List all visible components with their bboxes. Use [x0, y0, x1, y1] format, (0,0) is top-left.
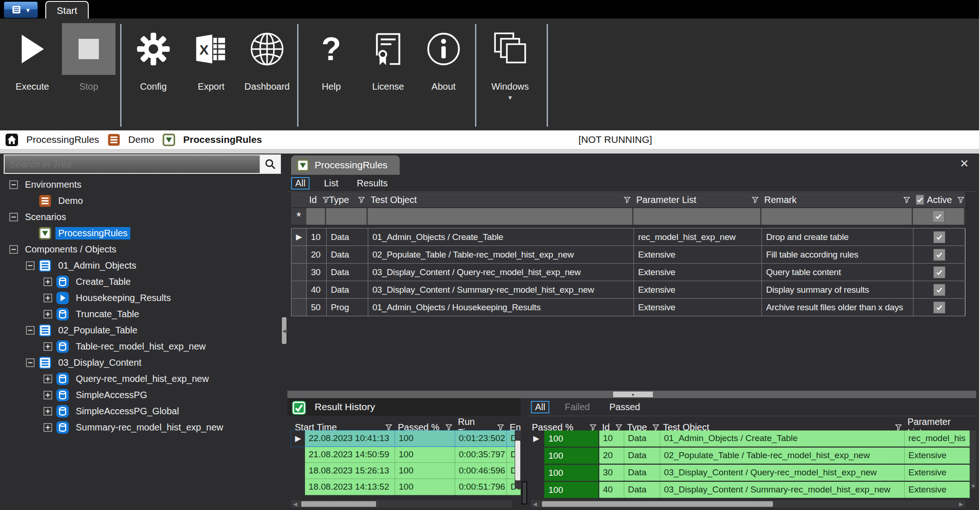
- tree-item[interactable]: Create_Table: [4, 274, 281, 290]
- scroll-left-icon[interactable]: ◀: [531, 501, 539, 507]
- tree-expander-icon[interactable]: [43, 375, 54, 384]
- tree-item[interactable]: Housekeeping_Results: [4, 290, 281, 306]
- tree-expander-icon[interactable]: [43, 310, 54, 319]
- filter-icon[interactable]: [358, 197, 365, 203]
- scroll-down-icon[interactable]: ▼: [970, 483, 976, 489]
- new-row-cell[interactable]: [306, 208, 326, 225]
- result-row[interactable]: ▶ 100 30 Data 03_Display_Content / Query…: [528, 465, 970, 481]
- tree-expander-icon[interactable]: [26, 326, 36, 335]
- tab-all[interactable]: All: [291, 177, 310, 190]
- scrollbar-thumb[interactable]: [515, 441, 520, 480]
- tree-item[interactable]: 03_Display_Content: [4, 355, 281, 371]
- breadcrumb-item[interactable]: Demo: [108, 134, 154, 146]
- result-row[interactable]: ▶ 100 20 Data 02_Populate_Table / Table-…: [528, 448, 970, 464]
- active-header-checkbox[interactable]: [916, 195, 924, 205]
- filter-icon[interactable]: [445, 424, 452, 431]
- about-button[interactable]: About: [417, 22, 470, 92]
- horizontal-scrollbar[interactable]: ◀ ▶: [531, 500, 965, 508]
- tree-item[interactable]: Environments: [4, 177, 281, 193]
- row-selector-cell[interactable]: ▶: [528, 465, 544, 481]
- row-selector-cell[interactable]: ▶: [528, 448, 544, 464]
- history-row[interactable]: ▶ 18.08.2023 14:13:52 100 0:00:51:796 De: [291, 479, 521, 495]
- windows-button[interactable]: Windows ▾: [483, 22, 537, 101]
- active-checkbox[interactable]: [933, 249, 945, 261]
- new-row-cell[interactable]: [633, 208, 761, 225]
- tree-expander-icon[interactable]: [43, 423, 54, 432]
- table-row[interactable]: ▶ 10 Data 01_Admin_Objects / Create_Tabl…: [292, 228, 965, 246]
- new-row-cell[interactable]: [326, 208, 368, 225]
- splitter-handle[interactable]: ▾: [613, 392, 653, 397]
- filter-icon[interactable]: [752, 197, 759, 203]
- horizontal-splitter[interactable]: ▾: [287, 391, 976, 398]
- splitter-handle[interactable]: [522, 481, 527, 504]
- tree-expander-icon[interactable]: [9, 213, 19, 222]
- license-button[interactable]: License: [361, 22, 415, 92]
- table-row[interactable]: ▶ 30 Data 03_Display_Content / Query-rec…: [292, 264, 965, 281]
- history-row[interactable]: ▶ 22.08.2023 10:41:13 100 0:01:23:502 De: [291, 430, 521, 447]
- close-icon[interactable]: ✕: [960, 157, 969, 170]
- row-selector-cell[interactable]: ▶: [291, 430, 305, 447]
- ribbon-tab-start[interactable]: Start: [45, 1, 89, 19]
- new-row-cell[interactable]: [761, 208, 913, 225]
- filter-icon[interactable]: [497, 424, 504, 431]
- tree-item[interactable]: 01_Admin_Objects: [4, 258, 281, 274]
- tab-all[interactable]: All: [531, 401, 549, 413]
- scrollbar-thumb[interactable]: [301, 501, 376, 507]
- row-selector-cell[interactable]: ▶: [292, 264, 307, 281]
- filter-icon[interactable]: [957, 197, 964, 203]
- splitter-handle[interactable]: ◀: [282, 317, 286, 344]
- tab-list[interactable]: List: [320, 177, 342, 190]
- history-row[interactable]: ▶ 18.08.2023 15:26:13 100 0:00:46:596 De: [291, 463, 521, 479]
- active-checkbox[interactable]: [933, 284, 945, 296]
- tab-passed[interactable]: Passed: [605, 401, 645, 413]
- tree-expander-icon[interactable]: [43, 277, 54, 287]
- tree-expander-icon[interactable]: [9, 180, 19, 190]
- filter-icon[interactable]: [895, 424, 902, 431]
- search-input[interactable]: [5, 155, 260, 173]
- filter-icon[interactable]: [652, 424, 659, 431]
- filter-icon[interactable]: [385, 424, 392, 431]
- tree-item[interactable]: Table-rec_model_hist_exp_new: [4, 338, 281, 355]
- tree-item[interactable]: 02_Populate_Table: [4, 322, 281, 338]
- new-row-active-cell[interactable]: [913, 208, 965, 225]
- scroll-left-icon[interactable]: ◀: [291, 501, 299, 507]
- application-menu-button[interactable]: ▾: [4, 1, 38, 18]
- help-button[interactable]: ? Help: [304, 22, 358, 92]
- tree-item[interactable]: Query-rec_model_hist_exp_new: [4, 371, 281, 387]
- breadcrumb-item[interactable]: ProcessingRules: [6, 134, 99, 146]
- tree-item[interactable]: SimpleAccessPG_Global: [4, 403, 281, 419]
- tree-expander-icon[interactable]: [26, 197, 36, 206]
- row-selector-cell[interactable]: ▶: [292, 228, 307, 246]
- config-button[interactable]: Config: [127, 22, 180, 92]
- tree-item[interactable]: Scenarios: [4, 209, 281, 225]
- tab-results[interactable]: Results: [353, 177, 392, 190]
- tree-expander-icon[interactable]: [26, 358, 36, 368]
- panel-tab-processingrules[interactable]: ProcessingRules: [291, 155, 400, 175]
- tree-item[interactable]: Truncate_Table: [4, 306, 281, 322]
- filter-icon[interactable]: [590, 424, 597, 431]
- vertical-scrollbar[interactable]: ▼: [970, 430, 976, 489]
- tree-item[interactable]: SimpleAccessPG: [4, 387, 281, 403]
- table-row[interactable]: ▶ 50 Prog 01_Admin_Objects / Housekeepin…: [292, 299, 965, 316]
- horizontal-scrollbar[interactable]: ◀: [291, 500, 512, 508]
- tree-expander-icon[interactable]: [43, 342, 54, 351]
- search-button[interactable]: [260, 155, 280, 173]
- tree-expander-icon[interactable]: [26, 261, 36, 270]
- tree-item[interactable]: ProcessingRules: [4, 225, 281, 241]
- table-row[interactable]: ▶ 20 Data 02_Populate_Table / Table-rec_…: [292, 246, 965, 264]
- new-row[interactable]: *: [291, 208, 965, 225]
- result-row[interactable]: ▶ 100 10 Data 01_Admin_Objects / Create_…: [528, 430, 970, 447]
- active-checkbox[interactable]: [932, 210, 944, 222]
- row-selector-cell[interactable]: ▶: [291, 479, 305, 495]
- tree-item[interactable]: Summary-rec_model_hist_exp_new: [4, 419, 281, 436]
- tree-expander-icon[interactable]: [43, 294, 54, 303]
- tab-failed[interactable]: Failed: [560, 401, 594, 413]
- filter-icon[interactable]: [615, 424, 622, 431]
- filter-icon[interactable]: [624, 197, 631, 203]
- vertical-splitter[interactable]: ◀: [281, 154, 287, 510]
- tree-expander-icon[interactable]: [26, 229, 36, 238]
- tree-item[interactable]: Demo: [4, 193, 281, 209]
- dashboard-button[interactable]: Dashboard: [240, 22, 294, 92]
- breadcrumb-item[interactable]: ProcessingRules: [163, 134, 262, 146]
- row-selector-cell[interactable]: ▶: [292, 246, 307, 263]
